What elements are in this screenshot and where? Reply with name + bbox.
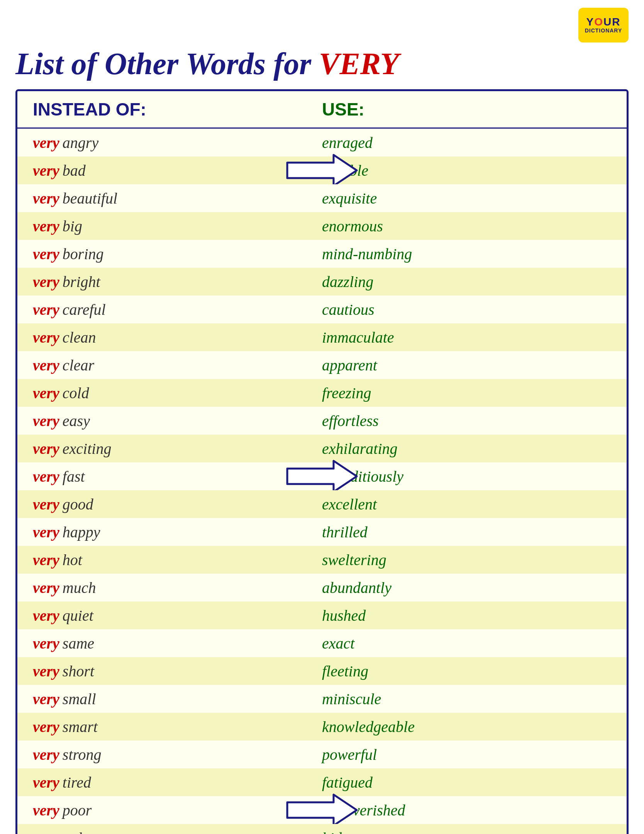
adj-word: angry [63, 134, 98, 152]
table-row: very quiethushed [17, 601, 627, 629]
left-cell: very exciting [33, 440, 322, 458]
very-label: very [33, 718, 59, 736]
logo: YOUR DICTIONARY [578, 8, 629, 42]
adj-word: much [63, 579, 96, 597]
right-cell: miniscule [322, 690, 611, 708]
left-cell: very bright [33, 273, 322, 291]
left-cell: very hot [33, 551, 322, 569]
arrow-icon [283, 151, 361, 190]
very-label: very [33, 134, 59, 152]
very-label: very [33, 606, 59, 625]
right-cell: cautious [322, 301, 611, 319]
right-cell: hushed [322, 606, 611, 625]
right-cell: effortless [322, 412, 611, 430]
title-very: VERY [319, 47, 399, 81]
table-row: very shortfleeting [17, 657, 627, 685]
adj-word: beautiful [63, 189, 117, 207]
very-label: very [33, 440, 59, 458]
table-row: very happythrilled [17, 518, 627, 546]
table-row: very smallminiscule [17, 685, 627, 713]
very-label: very [33, 467, 59, 486]
adj-word: cold [63, 384, 89, 402]
table-row: very cleanimmaculate [17, 323, 627, 351]
adj-word: short [63, 662, 94, 680]
very-label: very [33, 551, 59, 569]
adj-word: same [63, 634, 94, 652]
very-label: very [33, 690, 59, 708]
adj-word: careful [63, 301, 106, 319]
right-cell: terrible [322, 161, 611, 180]
left-cell: very ugly [33, 829, 322, 834]
adj-word: bad [63, 161, 86, 180]
left-cell: very clear [33, 356, 322, 374]
very-label: very [33, 746, 59, 764]
table-row: very sameexact [17, 629, 627, 657]
right-cell: expeditiously [322, 467, 611, 486]
header: YOUR DICTIONARY [15, 8, 629, 42]
left-cell: very smart [33, 718, 322, 736]
left-cell: very careful [33, 301, 322, 319]
left-cell: very bad [33, 161, 322, 180]
adj-word: easy [63, 412, 90, 430]
word-table: INSTEAD OF: USE: very angryenragedvery b… [15, 89, 629, 834]
very-label: very [33, 495, 59, 513]
very-label: very [33, 662, 59, 680]
very-label: very [33, 189, 59, 207]
table-row: very clearapparent [17, 351, 627, 379]
very-label: very [33, 245, 59, 263]
left-cell: very beautiful [33, 189, 322, 207]
very-label: very [33, 829, 59, 834]
right-cell: fatigued [322, 773, 611, 792]
table-row: very boringmind-numbing [17, 240, 627, 268]
svg-marker-0 [287, 155, 357, 186]
very-label: very [33, 328, 59, 347]
adj-word: clean [63, 328, 96, 347]
right-cell: enraged [322, 134, 611, 152]
adj-word: small [63, 690, 96, 708]
right-cell: impoverished [322, 801, 611, 819]
left-cell: very quiet [33, 606, 322, 625]
left-cell: very small [33, 690, 322, 708]
table-row: very easyeffortless [17, 407, 627, 435]
right-cell: freezing [322, 384, 611, 402]
right-cell: thrilled [322, 523, 611, 541]
adj-word: tired [63, 773, 91, 792]
left-cell: very much [33, 579, 322, 597]
left-cell: very big [33, 217, 322, 235]
right-cell: excellent [322, 495, 611, 513]
very-label: very [33, 301, 59, 319]
table-row: very bigenormous [17, 212, 627, 240]
right-cell: hideous [322, 829, 611, 834]
adj-word: clear [63, 356, 94, 374]
right-cell: fleeting [322, 662, 611, 680]
left-cell: very good [33, 495, 322, 513]
page-title: List of Other Words for VERY [15, 46, 629, 82]
left-cell: very angry [33, 134, 322, 152]
left-cell: very cold [33, 384, 322, 402]
table-row: very carefulcautious [17, 296, 627, 323]
very-label: very [33, 217, 59, 235]
adj-word: happy [63, 523, 100, 541]
column-instead: INSTEAD OF: [33, 99, 322, 120]
very-label: very [33, 773, 59, 792]
right-cell: powerful [322, 746, 611, 764]
right-cell: sweltering [322, 551, 611, 569]
svg-marker-1 [287, 461, 357, 492]
right-cell: immaculate [322, 328, 611, 347]
table-row: very strongpowerful [17, 741, 627, 768]
left-cell: very strong [33, 746, 322, 764]
very-label: very [33, 579, 59, 597]
title-main: List of Other Words for [15, 47, 319, 81]
table-row: very beautifulexquisite [17, 184, 627, 212]
table-row: very goodexcellent [17, 490, 627, 518]
right-cell: mind-numbing [322, 245, 611, 263]
logo-your: YOUR [586, 17, 621, 27]
adj-word: ugly [63, 829, 89, 834]
right-cell: dazzling [322, 273, 611, 291]
table-body: very angryenragedvery bad terriblevery b… [17, 129, 627, 834]
right-cell: abundantly [322, 579, 611, 597]
very-label: very [33, 273, 59, 291]
table-row: very coldfreezing [17, 379, 627, 407]
table-row: very smartknowledgeable [17, 713, 627, 741]
adj-word: smart [63, 718, 98, 736]
